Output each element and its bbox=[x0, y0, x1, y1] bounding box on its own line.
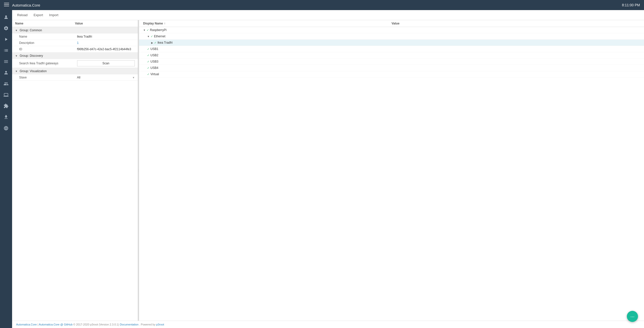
clock: 8:11:00 PM bbox=[622, 3, 640, 7]
tree-item-usb2[interactable]: ✓ USB2 bbox=[139, 52, 644, 59]
app-title: Automatica.Core bbox=[12, 3, 622, 7]
footer-link-p3root[interactable]: p3root bbox=[156, 323, 164, 326]
split-pane: Name Value ▼ Group: Common Name Ikea Tra… bbox=[12, 20, 644, 321]
prop-name-value: Ikea Tradfri bbox=[77, 35, 135, 38]
check-usb1: ✓ bbox=[147, 47, 149, 51]
prop-row-scan: Search Ikea Tradfri gateways Scan bbox=[12, 59, 138, 68]
export-button[interactable]: Export bbox=[33, 13, 44, 17]
col-value-header: Value bbox=[75, 22, 135, 25]
footer: Automatica.Core | Automatica.Core @ GitH… bbox=[12, 321, 644, 328]
footer-link-docs[interactable]: Documentation bbox=[120, 323, 139, 326]
group-common-header[interactable]: ▼ Group: Common bbox=[12, 27, 138, 34]
group-discovery-label: Group: Discovery bbox=[20, 54, 43, 58]
group-visualization-header[interactable]: ▼ Group: Visualization bbox=[12, 68, 138, 74]
label-usb2: USB2 bbox=[150, 53, 640, 57]
chevron-down-icon: ▼ bbox=[132, 76, 135, 79]
reload-button[interactable]: Reload bbox=[16, 13, 28, 17]
col-display-label: Display Name bbox=[143, 22, 163, 25]
group-visualization-arrow: ▼ bbox=[15, 70, 18, 73]
label-virtual: Virtual bbox=[150, 72, 640, 76]
prop-slave-value: All bbox=[77, 76, 80, 79]
prop-row-slave: Slave All ▼ bbox=[12, 74, 138, 81]
sidebar-item-download[interactable] bbox=[1, 112, 11, 122]
toolbar: Reload Export Import bbox=[12, 10, 644, 20]
sidebar bbox=[0, 10, 12, 328]
prop-id-label: ID bbox=[19, 47, 77, 51]
group-discovery-header[interactable]: ▼ Group: Discovery bbox=[12, 52, 138, 59]
left-panel: Name Value ▼ Group: Common Name Ikea Tra… bbox=[12, 20, 138, 321]
fab-icon: ··· bbox=[630, 314, 635, 319]
fab-button[interactable]: ··· bbox=[627, 311, 638, 322]
prop-row-name: Name Ikea Tradfri bbox=[12, 34, 138, 40]
prop-row-id: ID f96fb256-d47c-42e2-bac5-4f2114b44fe3 bbox=[12, 46, 138, 52]
tree-item-ikea-tradfri[interactable]: ▶ ✓ Ikea Tradfri bbox=[139, 40, 644, 46]
tree-item-virtual[interactable]: ✓ Virtual bbox=[139, 71, 644, 77]
group-visualization-label: Group: Visualization bbox=[20, 69, 47, 73]
expand-ethernet: ▼ bbox=[147, 35, 150, 38]
check-usb3: ✓ bbox=[147, 60, 149, 63]
right-panel-header: Display Name ↑ Value bbox=[139, 20, 644, 27]
prop-slave-dropdown[interactable]: All ▼ bbox=[77, 76, 135, 79]
content-area: Reload Export Import Name Value ▼ Group:… bbox=[12, 10, 644, 328]
sidebar-item-users[interactable] bbox=[1, 68, 11, 78]
footer-powered: . Powered by bbox=[139, 323, 156, 326]
footer-link-github[interactable]: Automatica.Core @ GitHub bbox=[39, 323, 72, 326]
label-usb3: USB3 bbox=[150, 60, 640, 63]
label-ikea-tradfri: Ikea Tradfri bbox=[157, 41, 640, 44]
sidebar-item-globe[interactable] bbox=[1, 123, 11, 133]
svg-rect-1 bbox=[4, 4, 9, 5]
import-button[interactable]: Import bbox=[48, 13, 59, 17]
group-common-arrow: ▼ bbox=[15, 29, 18, 32]
tree-item-usb1[interactable]: ✓ USB1 bbox=[139, 46, 644, 52]
main-layout: Reload Export Import Name Value ▼ Group:… bbox=[0, 10, 644, 328]
prop-description-label: Description bbox=[19, 41, 77, 45]
sort-icon[interactable]: ↑ bbox=[164, 22, 166, 25]
check-ethernet: ✓ bbox=[151, 35, 153, 38]
svg-point-3 bbox=[5, 15, 7, 17]
label-usb4: USB4 bbox=[150, 66, 640, 70]
check-usb4: ✓ bbox=[147, 66, 149, 70]
col-name-header: Name bbox=[15, 22, 75, 25]
expand-raspberrypi: ▼ bbox=[143, 29, 146, 32]
sidebar-item-plugin[interactable] bbox=[1, 101, 11, 111]
check-raspberrypi: ✓ bbox=[147, 29, 149, 32]
sidebar-item-menu[interactable] bbox=[1, 57, 11, 67]
tree-item-usb3[interactable]: ✓ USB3 bbox=[139, 59, 644, 65]
group-common-label: Group: Common bbox=[20, 29, 42, 32]
svg-rect-2 bbox=[4, 6, 9, 6]
sidebar-item-play[interactable] bbox=[1, 34, 11, 44]
footer-copyright: © 2017-2020 p3root (Version 2.3.0.1) bbox=[73, 323, 120, 326]
col-display-header: Display Name ↑ bbox=[143, 22, 392, 25]
tree-item-ethernet[interactable]: ▼ ✓ Ethernet bbox=[139, 33, 644, 40]
label-raspberrypi: RaspberryPi bbox=[150, 28, 640, 32]
prop-row-description: Description 1 bbox=[12, 40, 138, 46]
menu-icon[interactable] bbox=[4, 2, 9, 8]
sidebar-item-list[interactable] bbox=[1, 45, 11, 56]
check-ikea-tradfri: ✓ bbox=[154, 41, 156, 44]
sidebar-item-profile[interactable] bbox=[1, 12, 11, 22]
group-discovery-arrow: ▼ bbox=[15, 54, 18, 57]
sidebar-item-group[interactable] bbox=[1, 79, 11, 89]
col-value-r-header: Value bbox=[392, 22, 640, 25]
expand-ikea-tradfri: ▶ bbox=[151, 41, 153, 44]
svg-rect-0 bbox=[4, 3, 9, 3]
prop-description-value[interactable]: 1 bbox=[77, 41, 135, 45]
prop-scan-label: Search Ikea Tradfri gateways bbox=[19, 62, 77, 65]
prop-id-value: f96fb256-d47c-42e2-bac5-4f2114b44fe3 bbox=[77, 47, 135, 51]
check-virtual: ✓ bbox=[147, 73, 149, 76]
prop-scan-value-container: Scan bbox=[77, 60, 135, 66]
topbar: Automatica.Core 8:11:00 PM bbox=[0, 0, 644, 10]
check-usb2: ✓ bbox=[147, 54, 149, 57]
scan-button[interactable]: Scan bbox=[77, 60, 135, 66]
sidebar-item-monitor[interactable] bbox=[1, 90, 11, 100]
prop-name-label: Name bbox=[19, 35, 77, 38]
label-ethernet: Ethernet bbox=[154, 35, 640, 38]
sidebar-item-settings[interactable] bbox=[1, 23, 11, 33]
tree-item-usb4[interactable]: ✓ USB4 bbox=[139, 65, 644, 71]
prop-slave-label: Slave bbox=[19, 76, 77, 79]
label-usb1: USB1 bbox=[150, 47, 640, 51]
footer-link-core[interactable]: Automatica.Core bbox=[16, 323, 37, 326]
right-panel: Display Name ↑ Value ▼ ✓ RaspberryPi ▼ bbox=[139, 20, 644, 321]
tree-item-raspberrypi[interactable]: ▼ ✓ RaspberryPi bbox=[139, 27, 644, 33]
left-panel-header: Name Value bbox=[12, 20, 138, 27]
